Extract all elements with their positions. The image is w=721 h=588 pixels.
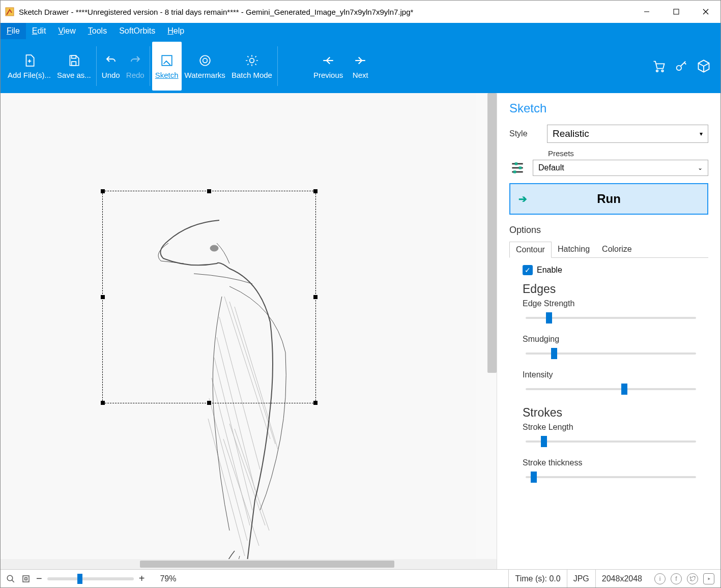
zoom-actual-icon[interactable]	[6, 574, 16, 584]
intensity-slider[interactable]	[526, 383, 696, 396]
intensity-label: Intensity	[523, 370, 708, 379]
menu-view[interactable]: View	[52, 23, 81, 39]
handle-bl[interactable]	[101, 401, 105, 405]
handle-tr[interactable]	[313, 189, 318, 193]
watermarks-icon	[198, 53, 212, 68]
svg-rect-20	[513, 170, 516, 173]
save-as-button[interactable]: Save as...	[54, 42, 94, 91]
style-select[interactable]: Realistic ▾	[547, 125, 708, 143]
caret-icon: ▾	[700, 130, 703, 137]
zoom-out-button[interactable]: −	[36, 573, 42, 584]
canvas-area	[1, 93, 497, 569]
next-button[interactable]: Next	[346, 42, 374, 91]
previous-button[interactable]: Previous	[310, 42, 346, 91]
undo-button[interactable]: Undo	[99, 42, 123, 91]
save-as-label: Save as...	[57, 71, 91, 79]
svg-point-21	[7, 575, 13, 581]
handle-ml[interactable]	[101, 295, 105, 299]
enable-checkbox[interactable]: ✓	[523, 265, 533, 275]
svg-rect-7	[162, 55, 172, 66]
selection-rect[interactable]	[102, 191, 316, 403]
menu-edit[interactable]: Edit	[26, 23, 52, 39]
key-icon[interactable]	[674, 58, 689, 74]
svg-rect-23	[23, 576, 29, 582]
tab-hatching[interactable]: Hatching	[552, 242, 596, 257]
run-button[interactable]: ➔ Run	[509, 183, 708, 215]
add-file-icon	[22, 53, 37, 68]
horizontal-scrollbar-track[interactable]	[1, 559, 497, 569]
svg-point-8	[200, 55, 210, 66]
handle-mr[interactable]	[313, 295, 318, 299]
options-label: Options	[509, 225, 708, 236]
caret-icon: ⌄	[698, 164, 703, 171]
zoom-slider[interactable]	[47, 577, 134, 580]
horizontal-scrollbar-thumb[interactable]	[140, 561, 394, 568]
facebook-icon[interactable]: f	[671, 573, 682, 584]
redo-button[interactable]: Redo	[123, 42, 148, 91]
zoom-in-button[interactable]: +	[139, 573, 145, 584]
menu-file[interactable]: File	[1, 23, 26, 39]
status-format: JPG	[567, 570, 595, 587]
panel-title: Sketch	[509, 101, 708, 115]
redo-label: Redo	[126, 71, 145, 79]
svg-rect-18	[519, 166, 522, 169]
svg-rect-6	[72, 62, 76, 66]
handle-br[interactable]	[313, 401, 318, 405]
smudging-slider[interactable]	[526, 347, 696, 360]
tab-contour[interactable]: Contour	[509, 242, 552, 258]
stroke-length-slider[interactable]	[526, 435, 696, 448]
svg-rect-16	[515, 162, 517, 165]
previous-label: Previous	[313, 71, 343, 79]
options-tabs: Contour Hatching Colorize	[509, 242, 708, 258]
sketch-label: Sketch	[155, 71, 179, 79]
run-label: Run	[597, 192, 621, 206]
smudging-label: Smudging	[523, 335, 708, 344]
menubar: File Edit View Tools SoftOrbits Help	[1, 23, 720, 39]
zoom-fit-icon[interactable]	[21, 574, 31, 584]
info-icon[interactable]: i	[654, 573, 666, 584]
svg-point-11	[661, 70, 664, 72]
watermarks-button[interactable]: Watermarks	[182, 42, 228, 91]
youtube-icon[interactable]	[703, 573, 714, 584]
menu-tools[interactable]: Tools	[82, 23, 113, 39]
zoom-value: 79%	[160, 574, 176, 583]
handle-bc[interactable]	[207, 401, 211, 405]
add-files-button[interactable]: Add File(s)...	[5, 42, 54, 91]
style-label: Style	[509, 129, 541, 138]
batch-mode-button[interactable]: Batch Mode	[228, 42, 275, 91]
cart-icon[interactable]	[651, 58, 667, 74]
batch-label: Batch Mode	[232, 71, 272, 79]
presets-select[interactable]: Default ⌄	[533, 160, 708, 176]
sketch-icon	[160, 53, 174, 68]
canvas-view[interactable]	[1, 93, 497, 559]
menu-help[interactable]: Help	[161, 23, 190, 39]
svg-point-9	[250, 58, 254, 63]
presets-settings-icon[interactable]	[509, 160, 526, 176]
stroke-thickness-slider[interactable]	[526, 471, 696, 484]
stroke-length-label: Stroke Length	[523, 423, 708, 432]
edge-strength-slider[interactable]	[526, 311, 696, 325]
sketch-button[interactable]: Sketch	[152, 42, 182, 91]
svg-rect-5	[72, 55, 76, 58]
presets-label: Presets	[548, 149, 708, 158]
statusbar: − + 79% Time (s): 0.0 JPG 2048x2048 i f	[1, 569, 720, 587]
svg-rect-24	[25, 577, 27, 580]
box-icon[interactable]	[696, 58, 711, 74]
maximize-button[interactable]	[661, 1, 691, 23]
handle-tc[interactable]	[207, 189, 211, 193]
strokes-title: Strokes	[523, 406, 708, 420]
titlebar: Sketch Drawer - ****Unregistered version…	[1, 1, 720, 23]
twitter-icon[interactable]	[687, 573, 698, 584]
stroke-thickness-label: Stroke thickness	[523, 458, 708, 467]
status-dims: 2048x2048	[595, 570, 648, 587]
redo-icon	[128, 53, 142, 68]
tab-colorize[interactable]: Colorize	[596, 242, 638, 257]
ribbon: Add File(s)... Save as... Undo Redo Sket…	[1, 39, 720, 93]
vertical-scrollbar[interactable]	[487, 93, 497, 373]
watermarks-label: Watermarks	[185, 71, 225, 79]
minimize-button[interactable]	[632, 1, 661, 23]
menu-softorbits[interactable]: SoftOrbits	[113, 23, 161, 39]
handle-tl[interactable]	[101, 189, 105, 193]
close-button[interactable]	[691, 1, 720, 23]
edge-strength-label: Edge Strength	[523, 299, 708, 308]
